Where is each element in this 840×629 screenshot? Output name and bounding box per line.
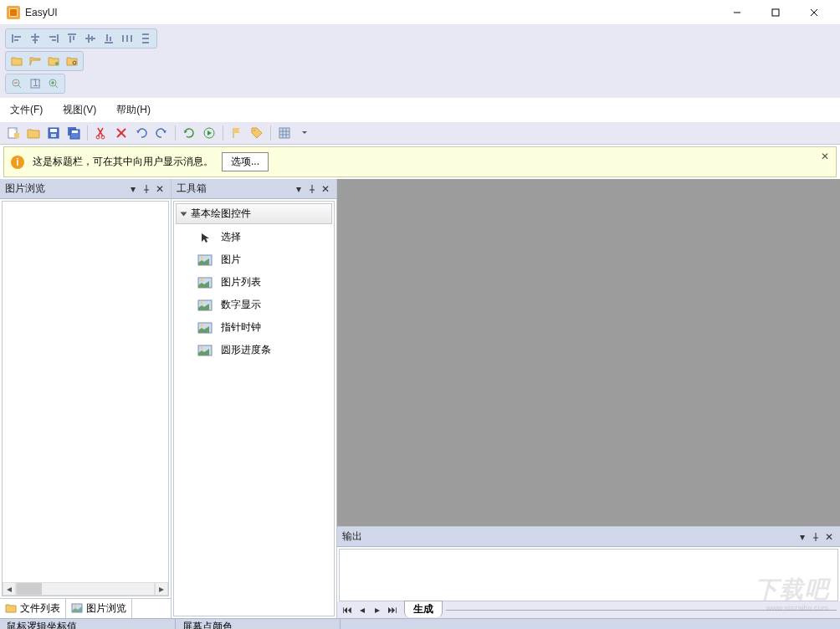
panel-pin-icon[interactable] [306, 183, 318, 195]
output-tab-generate[interactable]: 生成 [404, 601, 443, 617]
toolbox-item-image-list[interactable]: 图片列表 [174, 271, 334, 294]
folder-search-icon[interactable] [64, 54, 80, 69]
window-controls [718, 0, 833, 25]
svg-point-57 [254, 130, 255, 131]
notification-text: 这是标题栏，可在其中向用户显示消息。 [33, 155, 213, 169]
panel-dropdown-icon[interactable]: ▾ [127, 183, 139, 195]
toolbox-item-select[interactable]: 选择 [174, 226, 334, 248]
align-right-icon[interactable] [45, 31, 62, 46]
open-icon[interactable] [25, 125, 42, 141]
panel-close-icon[interactable]: ✕ [154, 183, 166, 195]
panel-pin-icon[interactable] [810, 531, 822, 543]
svg-rect-10 [31, 36, 39, 38]
zoom-toolbar: 1:1 [5, 74, 65, 94]
svg-rect-29 [142, 42, 149, 43]
refresh-icon[interactable] [181, 125, 197, 141]
align-top-icon[interactable] [64, 31, 80, 46]
toolbar-separator [175, 125, 176, 141]
cut-icon[interactable] [93, 125, 110, 141]
tag-icon[interactable] [248, 125, 265, 141]
notification-close-icon[interactable]: ✕ [821, 151, 829, 162]
image-browse-body: ◂ ▸ [2, 201, 169, 596]
toolbox-item-circular-progress[interactable]: 圆形进度条 [174, 339, 334, 361]
svg-point-74 [201, 346, 203, 349]
new-icon[interactable] [5, 125, 22, 141]
svg-rect-13 [49, 36, 56, 38]
close-button[interactable] [795, 0, 833, 25]
panel-pin-icon[interactable] [141, 183, 152, 195]
save-all-icon[interactable] [65, 125, 82, 141]
toolbar-separator [270, 125, 271, 141]
svg-rect-45 [51, 134, 56, 137]
align-middle-v-icon[interactable] [82, 31, 99, 46]
panel-close-icon[interactable]: ✕ [823, 531, 835, 543]
zoom-out-icon[interactable] [8, 76, 25, 91]
grid-icon[interactable] [276, 125, 293, 141]
panel-close-icon[interactable]: ✕ [320, 183, 331, 195]
tab-prev-icon[interactable]: ◂ [356, 603, 369, 616]
tab-file-list-label: 文件列表 [20, 601, 60, 616]
options-button[interactable]: 选项... [222, 152, 269, 171]
toolbox-item-number-display[interactable]: 数字显示 [174, 294, 334, 316]
svg-rect-26 [131, 35, 132, 42]
toolbox-item-analog-clock[interactable]: 指针时钟 [174, 316, 334, 339]
toolbox-item-label: 图片 [221, 253, 241, 267]
folder-tree-icon[interactable] [45, 54, 62, 69]
toolbox-header: 工具箱 ▾ ✕ [172, 179, 336, 199]
content-area: 图片浏览 ▾ ✕ ◂ ▸ 文件列表 图片浏览 工具箱 [0, 179, 840, 618]
design-canvas[interactable] [337, 179, 840, 526]
folder-icon[interactable] [8, 54, 25, 69]
svg-rect-9 [34, 33, 36, 43]
toolbox-panel: 工具箱 ▾ ✕ 基本绘图控件 选择 图片 图片列表 [172, 179, 337, 618]
folder-open-icon[interactable] [27, 54, 44, 69]
tab-first-icon[interactable]: ⏮ [341, 603, 354, 616]
maximize-button[interactable] [756, 0, 795, 25]
distribute-h-icon[interactable] [119, 31, 136, 46]
tab-file-list[interactable]: 文件列表 [0, 599, 66, 618]
align-bottom-icon[interactable] [100, 31, 117, 46]
flag-icon[interactable] [228, 125, 245, 141]
horizontal-scrollbar[interactable]: ◂ ▸ [3, 582, 168, 596]
scroll-right-icon[interactable]: ▸ [155, 582, 168, 596]
svg-point-72 [201, 324, 203, 326]
svg-point-66 [201, 256, 203, 258]
delete-icon[interactable] [113, 125, 130, 141]
info-icon: i [11, 156, 24, 169]
align-left-icon[interactable] [8, 31, 25, 46]
svg-rect-22 [106, 34, 108, 41]
dropdown-arrow-icon[interactable] [296, 125, 313, 141]
svg-rect-17 [73, 36, 74, 40]
scroll-left-icon[interactable]: ◂ [3, 582, 16, 596]
folder-small-icon [5, 603, 17, 615]
align-center-h-icon[interactable] [27, 31, 44, 46]
tab-image-browse[interactable]: 图片浏览 [66, 599, 132, 618]
toolbox-item-image[interactable]: 图片 [174, 248, 334, 271]
menu-view[interactable]: 视图(V) [59, 101, 100, 119]
zoom-in-icon[interactable] [45, 76, 62, 91]
svg-line-40 [55, 85, 58, 88]
save-icon[interactable] [45, 125, 62, 141]
image-icon [197, 253, 213, 267]
play-icon[interactable] [201, 125, 218, 141]
panel-dropdown-icon[interactable]: ▾ [293, 183, 305, 195]
undo-icon[interactable] [133, 125, 150, 141]
panel-dropdown-icon[interactable]: ▾ [796, 531, 808, 543]
toolbox-group-header[interactable]: 基本绘图控件 [176, 203, 332, 224]
menu-help[interactable]: 帮助(H) [113, 101, 154, 119]
svg-rect-19 [88, 34, 90, 43]
zoom-fit-icon[interactable]: 1:1 [27, 76, 44, 91]
image-browse-header: 图片浏览 ▾ ✕ [0, 179, 171, 199]
tab-last-icon[interactable]: ⏭ [386, 603, 399, 616]
distribute-v-icon[interactable] [137, 31, 154, 46]
toolbox-item-label: 指针时钟 [221, 320, 261, 335]
minimize-button[interactable] [718, 0, 756, 25]
redo-icon[interactable] [153, 125, 170, 141]
svg-rect-25 [126, 35, 128, 42]
svg-rect-11 [33, 39, 38, 41]
toolbox-item-label: 数字显示 [221, 298, 261, 312]
svg-text:1:1: 1:1 [33, 78, 41, 89]
svg-point-64 [74, 605, 77, 607]
window-title: EasyUI [25, 7, 718, 18]
tab-next-icon[interactable]: ▸ [371, 603, 384, 616]
menu-file[interactable]: 文件(F) [7, 101, 46, 119]
